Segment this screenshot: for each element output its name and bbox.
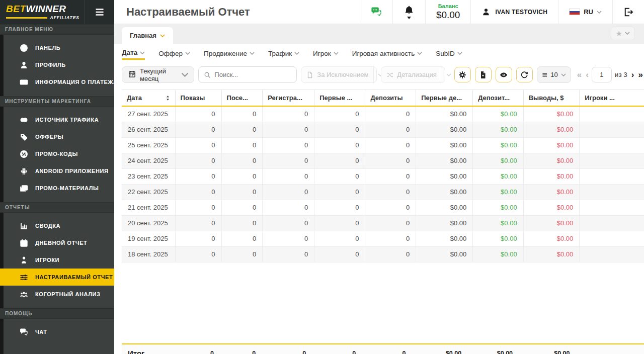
table-row[interactable]: 25 сент. 202500000$0.00$0.00$0.00	[122, 137, 644, 153]
sort-icon[interactable]	[166, 95, 170, 101]
chevron-down-icon	[181, 71, 189, 78]
tag-icon	[19, 132, 29, 142]
sidebar-item-label: НАСТРАИВАЕМЫЙ ОТЧЕТ	[35, 274, 113, 280]
sidebar-item-label: ПАНЕЛЬ	[35, 45, 60, 51]
sidebar-item-label: ИСТОЧНИК ТРАФИКА	[35, 117, 99, 123]
calendar-icon	[19, 238, 29, 248]
cell-value: $0.00	[523, 168, 580, 184]
hamburger-menu-icon[interactable]	[85, 0, 114, 24]
sidebar-item-label: ИНФОРМАЦИЯ О ПЛАТЕЖАХ	[35, 79, 114, 85]
cell-value: 0	[365, 215, 416, 231]
user-menu[interactable]: IVAN TESTOVICH	[470, 0, 558, 24]
columns-visibility-button[interactable]	[496, 67, 512, 82]
sidebar-item-profile[interactable]: ПРОФИЛЬ	[0, 56, 114, 73]
cell-date: 24 сент. 2025	[122, 153, 175, 168]
cell-date: 22 сент. 2025	[122, 184, 175, 200]
sidebar-item-offers[interactable]: ОФФЕРЫ	[0, 128, 114, 145]
column-header-4[interactable]: Первые ...	[314, 90, 365, 107]
search-input[interactable]	[214, 71, 291, 78]
next-page-button[interactable]: ›	[630, 70, 635, 79]
table-row[interactable]: 18 сент. 202500000$0.00$0.00$0.00	[122, 246, 644, 262]
chat-icon	[19, 327, 29, 337]
sidebar-item-promo-materials[interactable]: ПРОМО-МАТЕРИАЛЫ	[0, 180, 114, 197]
notifications-button[interactable]	[392, 0, 425, 24]
table-row[interactable]: 26 сент. 202500000$0.00$0.00$0.00	[122, 122, 644, 137]
refresh-button[interactable]	[516, 67, 533, 82]
sidebar-item-traffic-source[interactable]: ИСТОЧНИК ТРАФИКА	[0, 111, 114, 128]
chevron-down-icon[interactable]	[442, 67, 455, 82]
column-header-3[interactable]: Регистра...	[263, 90, 314, 107]
flag-ru-icon	[569, 9, 580, 15]
cell-date: 27 сент. 2025	[122, 106, 175, 122]
user-name: IVAN TESTOVICH	[495, 9, 547, 16]
cell-value: 0	[221, 137, 263, 153]
support-chat-button[interactable]	[360, 0, 392, 24]
cell-value: $0.00	[416, 168, 473, 184]
column-header-6[interactable]: Первые де...	[416, 90, 473, 107]
sidebar-item-custom-report[interactable]: НАСТРАИВАЕМЫЙ ОТЧЕТ	[0, 269, 114, 286]
table-row[interactable]: 23 сент. 202500000$0.00$0.00$0.00	[122, 168, 644, 184]
exception-button[interactable]: За Исключением	[301, 66, 377, 83]
export-button[interactable]	[475, 67, 492, 82]
filter-offer[interactable]: Оффер	[158, 50, 190, 59]
column-header-8[interactable]: Выводы, $	[523, 90, 580, 107]
last-page-button[interactable]: »	[637, 70, 644, 79]
cell-value: 0	[314, 153, 365, 168]
cell-value: $0.00	[523, 122, 580, 137]
cell-value: 0	[175, 106, 221, 122]
sidebar-item-payments-info[interactable]: ИНФОРМАЦИЯ О ПЛАТЕЖАХ	[0, 73, 114, 91]
logout-button[interactable]	[612, 0, 644, 24]
settings-button[interactable]	[454, 67, 471, 82]
detail-button[interactable]: Детализация	[381, 66, 445, 83]
cell-date: 20 сент. 2025	[122, 215, 175, 231]
sidebar-item-daily-report[interactable]: ДНЕВНОЙ ОТЧЕТ	[0, 234, 114, 251]
column-header-9[interactable]: Игроки ...	[580, 90, 644, 107]
column-header-7[interactable]: Депозит...	[473, 90, 523, 107]
tab-main[interactable]: Главная	[122, 27, 173, 44]
cell-value: 0	[263, 200, 314, 215]
sidebar-item-promo-codes[interactable]: ПРОМО-КОДЫ	[0, 145, 114, 162]
sidebar-item-chat[interactable]: ЧАТ	[0, 323, 114, 340]
filter-label: SubID	[436, 50, 455, 57]
date-range-picker[interactable]: Текущий месяц	[122, 66, 194, 83]
table-row[interactable]: 21 сент. 202500000$0.00$0.00$0.00	[122, 200, 644, 215]
language-selector[interactable]: RU	[558, 0, 612, 24]
cell-value: 0	[365, 200, 416, 215]
page-size-select[interactable]: 10	[537, 66, 571, 83]
filter-date[interactable]: Дата	[122, 49, 145, 60]
filter-traffic[interactable]: Трафик	[268, 50, 299, 59]
calendar-icon	[128, 70, 136, 79]
cell-value: 0	[221, 184, 263, 200]
favorites-button[interactable]: ★	[611, 27, 635, 40]
filter-subid[interactable]: SubID	[436, 50, 462, 59]
balance-value: $0.00	[436, 10, 460, 21]
sidebar-item-panel[interactable]: ПАНЕЛЬ	[0, 39, 114, 56]
betwinner-logo[interactable]: BETWINNER AFFILIATES	[0, 0, 85, 24]
payments-icon	[19, 77, 29, 87]
cell-value: $0.00	[523, 200, 580, 215]
page-number-input[interactable]	[592, 67, 612, 82]
sidebar-item-cohort-analysis[interactable]: КОГОРТНЫЙ АНАЛИЗ	[0, 286, 114, 303]
sidebar-item-summary[interactable]: СВОДКА	[0, 217, 114, 234]
column-header-1[interactable]: Показы	[175, 90, 221, 107]
column-header-5[interactable]: Депозиты	[365, 90, 416, 107]
filter-player[interactable]: Игрок	[313, 50, 339, 59]
table-row[interactable]: 20 сент. 202500000$0.00$0.00$0.00	[122, 215, 644, 231]
first-page-button[interactable]: «	[576, 70, 583, 79]
table-row[interactable]: 22 сент. 202500000$0.00$0.00$0.00	[122, 184, 644, 200]
table-row[interactable]: 27 сент. 202500000$0.00$0.00$0.00	[122, 106, 644, 122]
filter-game-activity[interactable]: Игровая активность	[352, 50, 423, 59]
sidebar-item-android-apps[interactable]: ANDROID ПРИЛОЖЕНИЯ	[0, 162, 114, 180]
cell-date: 25 сент. 2025	[122, 137, 175, 153]
table-row[interactable]: 24 сент. 202500000$0.00$0.00$0.00	[122, 153, 644, 168]
column-header-0[interactable]: Дата	[122, 90, 175, 107]
cell-value: 0	[263, 246, 314, 262]
filter-promotion[interactable]: Продвижение	[204, 50, 255, 59]
cell-value: $0.00	[523, 153, 580, 168]
column-header-2[interactable]: Посе...	[221, 90, 263, 107]
table-row[interactable]: 19 сент. 202500000$0.00$0.00$0.00	[122, 231, 644, 246]
sidebar-item-players[interactable]: ИГРОКИ	[0, 251, 114, 269]
prev-page-button[interactable]: ‹	[585, 70, 590, 79]
android-icon	[19, 166, 29, 176]
cell-value: 0	[314, 215, 365, 231]
